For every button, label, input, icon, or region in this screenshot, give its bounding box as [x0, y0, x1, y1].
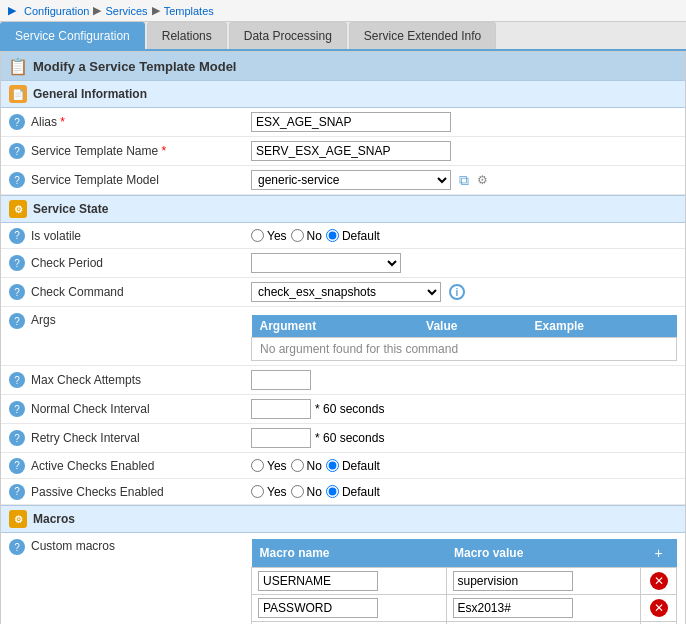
tab-relations[interactable]: Relations: [147, 22, 227, 49]
check-period-value: [251, 253, 677, 273]
check-period-row: ? Check Period: [1, 249, 685, 278]
page-title-bar: 📋 Modify a Service Template Model: [1, 52, 685, 80]
tab-data-processing[interactable]: Data Processing: [229, 22, 347, 49]
macro-delete-button[interactable]: ✕: [650, 599, 668, 617]
max-check-input[interactable]: [251, 370, 311, 390]
passive-checks-default-radio[interactable]: [326, 485, 339, 498]
retry-interval-input[interactable]: [251, 428, 311, 448]
macro-row: ✕: [252, 595, 677, 622]
active-checks-yes-label[interactable]: Yes: [251, 459, 287, 473]
normal-interval-input[interactable]: [251, 399, 311, 419]
passive-checks-yes-label[interactable]: Yes: [251, 485, 287, 499]
check-command-select[interactable]: check_esx_snapshots: [251, 282, 441, 302]
template-model-row: ? Service Template Model generic-service…: [1, 166, 685, 195]
template-name-input[interactable]: [251, 141, 451, 161]
check-period-select[interactable]: [251, 253, 401, 273]
volatile-yes-radio[interactable]: [251, 229, 264, 242]
check-period-help-icon[interactable]: ?: [9, 255, 25, 271]
active-checks-value: Yes No Default: [251, 459, 677, 473]
alias-row: ? Alias *: [1, 108, 685, 137]
macro-row: ✕: [252, 568, 677, 595]
macro-delete-cell: ✕: [641, 595, 677, 622]
tab-service-extended-info[interactable]: Service Extended Info: [349, 22, 496, 49]
check-period-label: Check Period: [31, 256, 251, 270]
volatile-row: ? Is volatile Yes No Default: [1, 223, 685, 249]
passive-checks-default-label[interactable]: Default: [326, 485, 380, 499]
active-checks-label: Active Checks Enabled: [31, 459, 251, 473]
alias-help-icon[interactable]: ?: [9, 114, 25, 130]
volatile-yes-label[interactable]: Yes: [251, 229, 287, 243]
breadcrumb-configuration[interactable]: Configuration: [24, 5, 89, 17]
breadcrumb-templates[interactable]: Templates: [164, 5, 214, 17]
passive-checks-no-radio[interactable]: [291, 485, 304, 498]
volatile-default-radio[interactable]: [326, 229, 339, 242]
macro-name-input[interactable]: [258, 571, 378, 591]
active-checks-default-radio[interactable]: [326, 459, 339, 472]
macro-value-cell: [446, 595, 641, 622]
volatile-default-label[interactable]: Default: [326, 229, 380, 243]
args-value: Argument Value Example No argument found…: [251, 313, 677, 361]
macro-name-input[interactable]: [258, 598, 378, 618]
tab-service-configuration[interactable]: Service Configuration: [0, 22, 145, 49]
args-label: Args: [31, 313, 251, 327]
active-checks-row: ? Active Checks Enabled Yes No Default: [1, 453, 685, 479]
macro-value-input[interactable]: [453, 598, 573, 618]
args-table: Argument Value Example No argument found…: [251, 315, 677, 361]
gear-icon[interactable]: ⚙: [477, 173, 488, 187]
active-checks-no-label[interactable]: No: [291, 459, 322, 473]
clone-icon[interactable]: ⧉: [459, 172, 469, 189]
macro-add-button[interactable]: +: [649, 543, 669, 563]
passive-checks-help-icon[interactable]: ?: [9, 484, 25, 500]
template-model-value: generic-service ⧉ ⚙: [251, 170, 677, 190]
normal-interval-value: * 60 seconds: [251, 399, 677, 419]
args-col-value: Value: [418, 315, 527, 338]
template-name-label: Service Template Name *: [31, 144, 251, 158]
active-checks-no-radio[interactable]: [291, 459, 304, 472]
volatile-help-icon[interactable]: ?: [9, 228, 25, 244]
volatile-value: Yes No Default: [251, 229, 677, 243]
template-model-select[interactable]: generic-service: [251, 170, 451, 190]
active-checks-yes-radio[interactable]: [251, 459, 264, 472]
macro-col-name: Macro name: [252, 539, 447, 568]
max-check-value: [251, 370, 677, 390]
passive-checks-no-label[interactable]: No: [291, 485, 322, 499]
template-model-help-icon[interactable]: ?: [9, 172, 25, 188]
macro-delete-cell: ✕: [641, 568, 677, 595]
alias-input[interactable]: [251, 112, 451, 132]
macro-delete-button[interactable]: ✕: [650, 572, 668, 590]
volatile-label: Is volatile: [31, 229, 251, 243]
passive-checks-yes-radio[interactable]: [251, 485, 264, 498]
retry-interval-help-icon[interactable]: ?: [9, 430, 25, 446]
template-name-help-icon[interactable]: ?: [9, 143, 25, 159]
page-title: Modify a Service Template Model: [33, 59, 236, 74]
retry-interval-row: ? Retry Check Interval * 60 seconds: [1, 424, 685, 453]
retry-interval-label: Retry Check Interval: [31, 431, 251, 445]
page-title-icon: 📋: [9, 57, 27, 75]
macro-add-col: +: [641, 539, 677, 568]
active-checks-help-icon[interactable]: ?: [9, 458, 25, 474]
alias-label: Alias *: [31, 115, 251, 129]
check-command-value: check_esx_snapshots i: [251, 282, 677, 302]
custom-macros-help-icon[interactable]: ?: [9, 539, 25, 555]
general-info-header: 📄 General Information: [1, 80, 685, 108]
passive-checks-label: Passive Checks Enabled: [31, 485, 251, 499]
args-help-icon[interactable]: ?: [9, 313, 25, 329]
max-check-help-icon[interactable]: ?: [9, 372, 25, 388]
check-command-help-icon[interactable]: ?: [9, 284, 25, 300]
macro-value-input[interactable]: [453, 571, 573, 591]
macro-name-cell: [252, 595, 447, 622]
volatile-no-label[interactable]: No: [291, 229, 322, 243]
normal-interval-help-icon[interactable]: ?: [9, 401, 25, 417]
normal-interval-label: Normal Check Interval: [31, 402, 251, 416]
macros-header: ⚙ Macros: [1, 505, 685, 533]
breadcrumb-services[interactable]: Services: [105, 5, 147, 17]
check-command-info-icon[interactable]: i: [449, 284, 465, 300]
retry-interval-value: * 60 seconds: [251, 428, 677, 448]
args-col-example: Example: [527, 315, 677, 338]
active-checks-default-label[interactable]: Default: [326, 459, 380, 473]
passive-checks-value: Yes No Default: [251, 485, 677, 499]
template-name-row: ? Service Template Name *: [1, 137, 685, 166]
macro-value-cell: [446, 568, 641, 595]
volatile-no-radio[interactable]: [291, 229, 304, 242]
check-command-row: ? Check Command check_esx_snapshots i: [1, 278, 685, 307]
